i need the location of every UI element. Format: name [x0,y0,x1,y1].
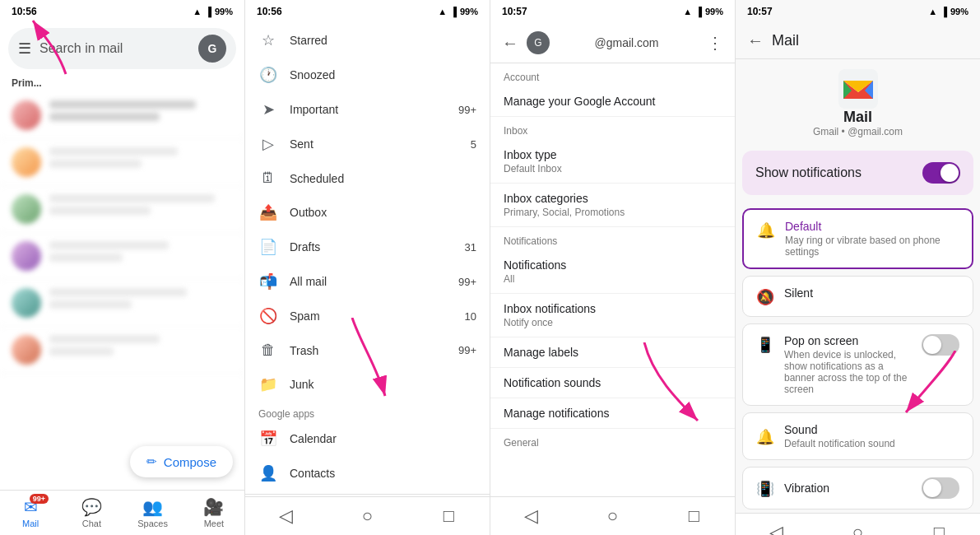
mail-line [49,288,187,296]
p3-inbox-type-sub: Default Inbox [504,163,722,174]
mail-item[interactable] [0,233,244,280]
compose-button[interactable]: ✏ Compose [130,446,233,477]
status-icons-3: ▲ ▐ 99% [683,7,723,16]
arrow-indicator-3 [636,342,702,428]
mail-item[interactable] [0,186,244,233]
pbn-recents-2[interactable]: □ [408,500,490,532]
drawer-allmail[interactable]: 📬 All mail 99+ [245,264,490,299]
settings-scroll: Account Manage your Google Account Inbox… [490,63,735,496]
mail-line [49,113,160,121]
p4-back-button[interactable]: ← [747,31,764,50]
compose-icon: ✏ [146,454,157,469]
nav-mail[interactable]: 99+ ✉ Mail [0,491,61,535]
pbn-back-2[interactable]: ◁ [245,500,327,532]
chat-icon: 💬 [81,497,102,517]
meet-icon: 🎥 [203,497,224,517]
nav-chat-label: Chat [82,519,101,528]
default-option-title: Default [785,220,959,233]
red-arrow-svg-1 [25,16,74,82]
drawer-important[interactable]: ➤ Important 99+ [245,92,490,127]
time-2: 10:56 [257,6,282,17]
p3-inbox-categories[interactable]: Inbox categories Primary, Social, Promot… [490,184,735,227]
p3-manage-account[interactable]: Manage your Google Account [490,86,735,117]
signal-icon-3: ▐ [695,7,702,16]
spam-count: 10 [465,310,476,323]
p3-inbox-type[interactable]: Inbox type Default Inbox [490,140,735,184]
mail-item[interactable] [0,92,244,139]
pbn-recents-4[interactable]: □ [899,517,980,535]
nav-meet-label: Meet [204,519,224,528]
mail-item[interactable] [0,139,244,186]
pbn-home-2[interactable]: ○ [327,500,408,532]
silent-option-body: Silent [784,286,959,300]
spaces-icon: 👥 [142,497,163,517]
pbn-recents-3[interactable]: □ [653,500,735,532]
pbn-back-3[interactable]: ◁ [490,500,572,532]
important-label: Important [290,103,447,116]
sender-avatar [12,335,41,365]
mail-body [49,194,233,219]
notification-option-default[interactable]: 🔔 Default May ring or vibrate based on p… [742,208,973,269]
p3-inbox-notifications[interactable]: Inbox notifications Notify once [490,294,735,337]
gmail-logo [838,69,878,109]
google-apps-section: Google apps [245,402,490,421]
arrow-indicator-2 [344,318,393,403]
wifi-icon-3: ▲ [683,7,692,16]
pbn-home-4[interactable]: ○ [817,517,899,535]
notification-option-silent[interactable]: 🔕 Silent [742,276,973,317]
p3-back-button[interactable]: ← [502,34,518,53]
pbn-home-3[interactable]: ○ [572,500,653,532]
panel-gmail-inbox: 10:56 ▲ ▐ 99% ☰ Search in mail G Prim... [0,0,245,535]
red-arrow-svg-4 [898,351,964,416]
p3-section-general: General [490,429,735,452]
nav-spaces[interactable]: 👥 Spaces [123,491,183,535]
status-icons-2: ▲ ▐ 99% [438,7,478,16]
p3-notifications[interactable]: Notifications All [490,250,735,294]
time-3: 10:57 [502,6,527,17]
p3-more-button[interactable]: ⋮ [707,33,723,53]
drawer-starred[interactable]: ☆ Starred [245,23,490,58]
sent-label: Sent [290,137,459,151]
mail-line [49,207,151,215]
vibration-title: Vibration [784,482,912,495]
p3-manage-account-title: Manage your Google Account [504,95,722,108]
drafts-label: Drafts [290,240,453,254]
junk-icon: 📁 [258,375,278,393]
drawer-drafts[interactable]: 📄 Drafts 31 [245,230,490,264]
calendar-label: Calendar [290,432,476,445]
vibration-body: Vibration [784,482,912,495]
nav-meet[interactable]: 🎥 Meet [183,491,244,535]
battery-3: 99% [705,7,723,16]
p3-account-avatar: G [527,31,550,54]
nav-chat[interactable]: 💬 Chat [61,491,122,535]
drawer-sent[interactable]: ▷ Sent 5 [245,127,490,161]
mail-item[interactable] [0,327,244,374]
mail-line [49,160,142,168]
vibration-row[interactable]: 📳 Vibration [742,467,973,509]
snoozed-label: Snoozed [290,68,476,81]
avatar[interactable]: G [198,35,226,63]
vibration-toggle[interactable] [922,477,959,499]
nav-mail-label: Mail [22,519,39,528]
drawer-snoozed[interactable]: 🕐 Snoozed [245,58,490,92]
arrow-indicator-1 [25,16,74,86]
default-option-sub: May ring or vibrate based on phone setti… [785,235,959,258]
drawer-scheduled[interactable]: 🗓 Scheduled [245,161,490,195]
show-notifications-toggle[interactable] [922,162,960,184]
show-notifications-row[interactable]: Show notifications [742,151,973,195]
mail-list [0,92,244,490]
mail-body [49,335,233,360]
p4-app-name: Mail [736,109,980,126]
bottom-nav-1: 99+ ✉ Mail 💬 Chat 👥 Spaces 🎥 Meet [0,490,244,535]
p3-header: ← G @gmail.com ⋮ [490,23,735,63]
pop-on-screen-sub: When device is unlocked, show notificati… [784,349,912,395]
p3-section-inbox: Inbox [490,117,735,140]
mail-item[interactable] [0,280,244,327]
drawer-calendar[interactable]: 📅 Calendar [245,421,490,456]
pbn-back-4[interactable]: ◁ [736,517,817,535]
drawer-outbox[interactable]: 📤 Outbox [245,195,490,230]
status-bar-3: 10:57 ▲ ▐ 99% [490,0,735,23]
mail-body [49,147,233,172]
spam-icon: 🚫 [258,307,278,325]
drawer-contacts[interactable]: 👤 Contacts [245,456,490,491]
